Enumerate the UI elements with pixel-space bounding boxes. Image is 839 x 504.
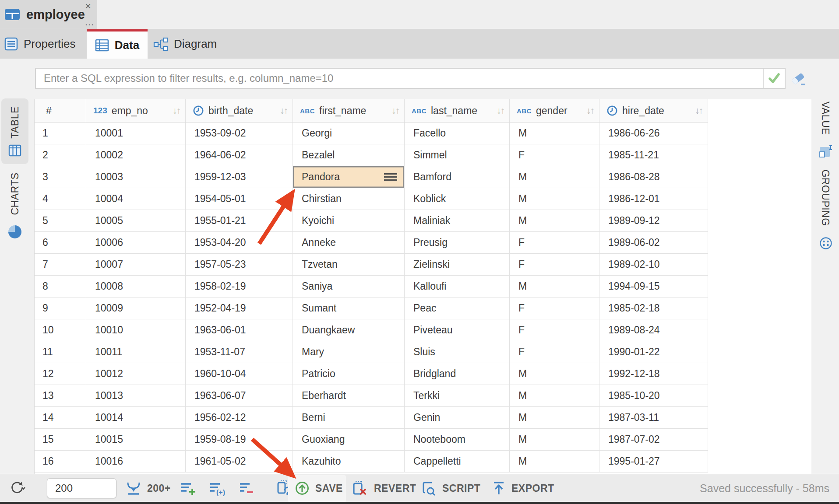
cell-last_name[interactable]: Piveteau xyxy=(405,319,510,341)
cell-last_name[interactable]: Zielinski xyxy=(405,254,510,276)
cell-birth_date[interactable]: 1953-04-20 xyxy=(186,232,293,254)
cell-emp_no[interactable]: 10006 xyxy=(86,232,186,254)
cell-gender[interactable]: F xyxy=(510,144,599,166)
erase-filter-button[interactable] xyxy=(791,71,807,87)
fetch-more-button[interactable]: 200+ xyxy=(125,474,171,502)
cell-last_name[interactable]: Bridgland xyxy=(405,363,510,385)
pie-chart-icon[interactable] xyxy=(8,225,21,238)
cell-first_name[interactable]: Pandora xyxy=(293,166,405,188)
column-header-last_name[interactable]: ABClast_name↓↑ xyxy=(405,99,510,122)
cell-first_name[interactable]: Duangkaew xyxy=(293,319,405,341)
cell-emp_no[interactable]: 10013 xyxy=(86,385,186,407)
cell-birth_date[interactable]: 1955-01-21 xyxy=(186,210,293,232)
save-button[interactable]: SAVE xyxy=(294,474,343,502)
cell-hire_date[interactable]: 1990-01-22 xyxy=(599,341,708,363)
cell-gender[interactable]: M xyxy=(510,429,599,451)
cell-row_num[interactable]: 10 xyxy=(35,319,86,341)
cell-hire_date[interactable]: 1989-06-02 xyxy=(599,232,708,254)
cell-birth_date[interactable]: 1953-11-07 xyxy=(186,341,293,363)
cell-hire_date[interactable]: 1989-08-24 xyxy=(599,319,708,341)
cell-row_num[interactable]: 11 xyxy=(35,341,86,363)
cell-last_name[interactable]: Koblick xyxy=(405,188,510,210)
sql-filter-input[interactable]: Enter a SQL expression to filter results… xyxy=(35,68,786,89)
cell-row_num[interactable]: 2 xyxy=(35,144,86,166)
cell-first_name[interactable]: Guoxiang xyxy=(293,429,405,451)
cell-first_name[interactable]: Kazuhito xyxy=(293,451,405,472)
tab-properties[interactable]: Properties xyxy=(0,29,87,59)
cell-hire_date[interactable]: 1995-01-27 xyxy=(599,451,708,472)
cell-row_num[interactable]: 5 xyxy=(35,210,86,232)
cell-last_name[interactable]: Bamford xyxy=(405,166,510,188)
cell-gender[interactable]: F xyxy=(510,298,599,319)
cell-gender[interactable]: M xyxy=(510,363,599,385)
sort-icon[interactable]: ↓↑ xyxy=(695,105,702,116)
grouping-dots-icon[interactable] xyxy=(819,236,833,250)
cell-emp_no[interactable]: 10016 xyxy=(86,451,186,472)
cell-last_name[interactable]: Sluis xyxy=(405,341,510,363)
cell-birth_date[interactable]: 1958-02-19 xyxy=(186,276,293,298)
cell-hire_date[interactable]: 1985-10-20 xyxy=(599,385,708,407)
cell-birth_date[interactable]: 1956-02-12 xyxy=(186,407,293,429)
column-header-row_num[interactable]: # xyxy=(35,99,86,122)
cell-birth_date[interactable]: 1964-06-02 xyxy=(186,144,293,166)
cell-last_name[interactable]: Nooteboom xyxy=(405,429,510,451)
column-header-hire_date[interactable]: hire_date↓↑ xyxy=(599,99,708,122)
cell-birth_date[interactable]: 1963-06-01 xyxy=(186,319,293,341)
cell-row_num[interactable]: 3 xyxy=(35,166,86,188)
cell-last_name[interactable]: Terkki xyxy=(405,385,510,407)
delete-row-button[interactable] xyxy=(238,474,256,502)
cell-birth_date[interactable]: 1960-10-04 xyxy=(186,363,293,385)
cell-hire_date[interactable]: 1986-12-01 xyxy=(599,188,708,210)
cell-gender[interactable]: F xyxy=(510,319,599,341)
column-header-emp_no[interactable]: 123emp_no↓↑ xyxy=(86,99,186,122)
refresh-button[interactable] xyxy=(9,474,26,502)
cell-row_num[interactable]: 4 xyxy=(35,188,86,210)
cell-gender[interactable]: M xyxy=(510,276,599,298)
cell-first_name[interactable]: Patricio xyxy=(293,363,405,385)
cell-first_name[interactable]: Sumant xyxy=(293,298,405,319)
cell-first_name[interactable]: Kyoichi xyxy=(293,210,405,232)
cell-last_name[interactable]: Kalloufi xyxy=(405,276,510,298)
cell-emp_no[interactable]: 10010 xyxy=(86,319,186,341)
apply-filter-button[interactable] xyxy=(763,69,785,88)
cell-first_name[interactable]: Georgi xyxy=(293,122,405,144)
script-button[interactable]: SCRIPT xyxy=(420,474,480,502)
cell-hire_date[interactable]: 1987-07-02 xyxy=(599,429,708,451)
cell-birth_date[interactable]: 1961-05-02 xyxy=(186,451,293,472)
cell-hire_date[interactable]: 1986-08-28 xyxy=(599,166,708,188)
sort-icon[interactable]: ↓↑ xyxy=(173,105,180,116)
cell-last_name[interactable]: Preusig xyxy=(405,232,510,254)
cell-row_num[interactable]: 8 xyxy=(35,276,86,298)
cell-row_num[interactable]: 6 xyxy=(35,232,86,254)
cell-emp_no[interactable]: 10004 xyxy=(86,188,186,210)
cell-first_name[interactable]: Chirstian xyxy=(293,188,405,210)
doc-tab-employee[interactable]: employee xyxy=(0,0,97,29)
cell-row_num[interactable]: 1 xyxy=(35,122,86,144)
cell-gender[interactable]: M xyxy=(510,451,599,472)
cell-gender[interactable]: M xyxy=(510,122,599,144)
cell-birth_date[interactable]: 1959-08-19 xyxy=(186,429,293,451)
sort-icon[interactable]: ↓↑ xyxy=(280,105,287,116)
cell-last_name[interactable]: Maliniak xyxy=(405,210,510,232)
cell-row_num[interactable]: 9 xyxy=(35,298,86,319)
column-header-first_name[interactable]: ABCfirst_name↓↑ xyxy=(293,99,405,122)
sort-icon[interactable]: ↓↑ xyxy=(391,105,399,116)
cell-hire_date[interactable]: 1985-02-18 xyxy=(599,298,708,319)
cell-hire_date[interactable]: 1992-12-18 xyxy=(599,363,708,385)
cell-emp_no[interactable]: 10001 xyxy=(86,122,186,144)
cell-gender[interactable]: M xyxy=(510,210,599,232)
cell-hire_date[interactable]: 1985-11-21 xyxy=(599,144,708,166)
value-panel-icon[interactable] xyxy=(818,144,833,159)
cell-hire_date[interactable]: 1986-06-26 xyxy=(599,122,708,144)
cell-first_name[interactable]: Eberhardt xyxy=(293,385,405,407)
cell-first_name[interactable]: Bezalel xyxy=(293,144,405,166)
fetch-size-input[interactable]: 200 xyxy=(47,478,116,498)
cell-first_name[interactable]: Anneke xyxy=(293,232,405,254)
cell-emp_no[interactable]: 10002 xyxy=(86,144,186,166)
cell-last_name[interactable]: Peac xyxy=(405,298,510,319)
cell-hire_date[interactable]: 1994-09-15 xyxy=(599,276,708,298)
cell-emp_no[interactable]: 10011 xyxy=(86,341,186,363)
overflow-dots-icon[interactable]: … xyxy=(85,17,95,28)
cell-row_num[interactable]: 14 xyxy=(35,407,86,429)
cell-emp_no[interactable]: 10008 xyxy=(86,276,186,298)
